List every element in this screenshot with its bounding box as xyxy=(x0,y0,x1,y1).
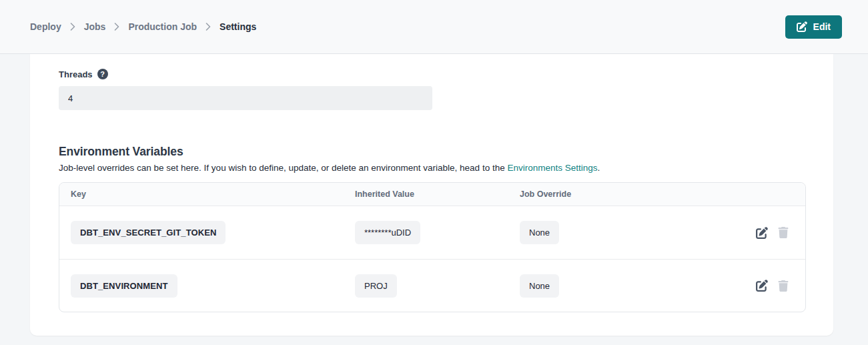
chevron-right-icon xyxy=(70,23,75,31)
edit-button[interactable]: Edit xyxy=(785,15,842,39)
env-var-inherited-value: PROJ xyxy=(355,274,397,298)
trash-icon xyxy=(778,227,789,238)
column-header-key: Key xyxy=(71,190,355,199)
edit-pencil-icon xyxy=(756,280,768,292)
breadcrumb: Deploy Jobs Production Job Settings xyxy=(30,21,256,32)
environment-variables-section: Environment Variables Job-level override… xyxy=(59,145,806,312)
environments-settings-link[interactable]: Environments Settings xyxy=(507,163,597,173)
section-description: Job-level overrides can be set here. If … xyxy=(59,163,806,173)
table-row: DBT_ENVIRONMENT PROJ None xyxy=(59,259,805,312)
description-text: Job-level overrides can be set here. If … xyxy=(59,163,507,173)
breadcrumb-item-production-job[interactable]: Production Job xyxy=(128,21,197,32)
breadcrumb-item-deploy[interactable]: Deploy xyxy=(30,21,61,32)
env-var-job-override: None xyxy=(520,274,559,298)
table-header-row: Key Inherited Value Job Override xyxy=(59,183,805,206)
edit-pencil-icon xyxy=(756,227,768,239)
threads-field-group: Threads ? xyxy=(59,69,432,110)
delete-override-button[interactable] xyxy=(778,280,789,292)
threads-input[interactable] xyxy=(59,86,432,110)
edit-override-button[interactable] xyxy=(756,280,768,292)
top-header-bar: Deploy Jobs Production Job Settings Edit xyxy=(0,0,868,54)
env-var-inherited-value: ********uDID xyxy=(355,221,420,244)
breadcrumb-item-settings: Settings xyxy=(220,21,256,32)
threads-label: Threads xyxy=(59,69,93,79)
job-settings-card: Threads ? Environment Variables Job-leve… xyxy=(30,54,833,336)
chevron-right-icon xyxy=(114,23,119,31)
chevron-right-icon xyxy=(205,23,211,31)
table-row: DBT_ENV_SECRET_GIT_TOKEN ********uDID No… xyxy=(59,206,805,259)
trash-icon xyxy=(778,280,789,292)
delete-override-button[interactable] xyxy=(778,227,789,238)
column-header-job-override: Job Override xyxy=(520,190,731,199)
section-title: Environment Variables xyxy=(59,145,806,159)
column-header-inherited-value: Inherited Value xyxy=(355,190,520,199)
breadcrumb-item-jobs[interactable]: Jobs xyxy=(84,21,106,32)
edit-button-label: Edit xyxy=(813,21,831,32)
edit-pencil-icon xyxy=(797,21,807,32)
env-vars-table: Key Inherited Value Job Override DBT_ENV… xyxy=(59,182,806,312)
env-var-key: DBT_ENV_SECRET_GIT_TOKEN xyxy=(71,221,226,244)
edit-override-button[interactable] xyxy=(756,227,768,239)
description-period: . xyxy=(598,163,600,173)
help-icon[interactable]: ? xyxy=(97,69,108,79)
env-var-key: DBT_ENVIRONMENT xyxy=(71,274,177,298)
env-var-job-override: None xyxy=(520,221,559,244)
